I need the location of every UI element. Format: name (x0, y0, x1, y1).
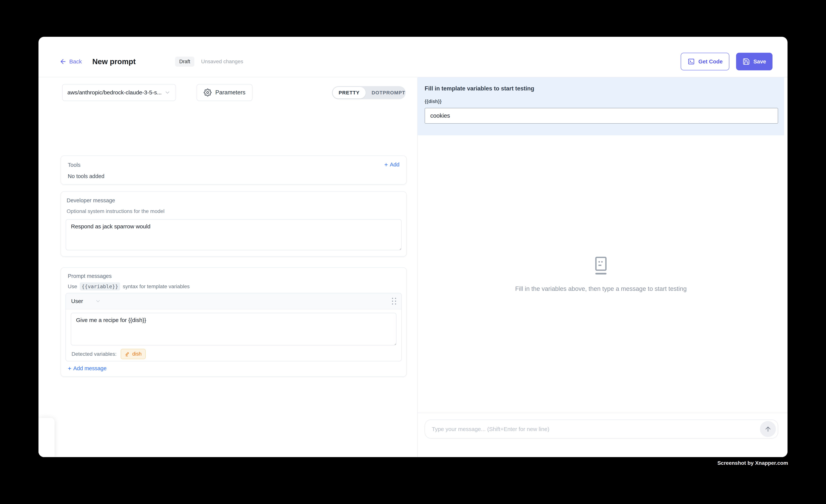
plus-icon: + (384, 162, 388, 168)
header: Back New prompt Draft Unsaved changes Ge… (39, 37, 787, 77)
parameters-label: Parameters (215, 89, 245, 96)
empty-state-text: Fill in the variables above, then type a… (515, 285, 687, 292)
variable-chip-dish[interactable]: dish (121, 349, 146, 359)
get-code-button[interactable]: Get Code (681, 53, 729, 70)
message-block: User Give me a recipe for {{dish}} Detec… (65, 293, 402, 361)
get-code-label: Get Code (698, 59, 722, 65)
add-tool-label: Add (390, 162, 400, 168)
save-button[interactable]: Save (736, 53, 772, 70)
page-title: New prompt (93, 57, 136, 66)
back-label: Back (69, 58, 82, 65)
gear-icon (204, 88, 212, 97)
tools-empty-text: No tools added (68, 173, 104, 179)
plus-icon: + (68, 365, 71, 372)
tools-card: Tools + Add No tools added (61, 155, 407, 185)
robot-face-icon (593, 256, 609, 275)
drag-handle-icon[interactable] (392, 298, 396, 305)
view-mode-toggle: PRETTY DOTPROMPT (332, 86, 406, 99)
back-button[interactable]: Back (60, 58, 82, 65)
draft-badge: Draft (175, 57, 194, 67)
prompt-messages-title: Prompt messages (68, 273, 112, 279)
save-label: Save (753, 59, 766, 65)
desktop-background: Back New prompt Draft Unsaved changes Ge… (0, 0, 826, 504)
developer-message-card: Developer message Optional system instru… (61, 191, 407, 257)
developer-message-textarea[interactable]: Respond as jack sparrow would (66, 219, 402, 250)
unsaved-changes-text: Unsaved changes (201, 59, 243, 65)
developer-message-title: Developer message (67, 197, 115, 204)
prompt-messages-card: Prompt messages Use {{variable}} syntax … (61, 267, 407, 377)
terminal-icon (688, 58, 695, 65)
detected-variables-label: Detected variables: (71, 351, 117, 357)
template-variables-panel: Fill in template variables to start test… (418, 77, 784, 135)
variable-chip-label: dish (132, 351, 142, 357)
toggle-option-pretty[interactable]: PRETTY (333, 87, 366, 99)
role-select-value[interactable]: User (71, 298, 83, 304)
message-role-header: User (66, 293, 401, 309)
prompt-tester-panel: Fill in template variables to start test… (418, 78, 787, 457)
send-message-button[interactable] (760, 421, 776, 437)
arrow-up-icon (764, 425, 772, 433)
chevron-down-icon[interactable] (95, 298, 101, 304)
pencil-edit-icon (125, 352, 130, 357)
watermark-text: Screenshot by Xnapper.com (717, 460, 788, 466)
chat-empty-state: Fill in the variables above, then type a… (418, 136, 784, 413)
tools-card-title: Tools (68, 162, 80, 168)
variable-syntax-chip: {{variable}} (80, 282, 120, 291)
model-selector-value: aws/anthropic/bedrock-claude-3-5-s... (67, 89, 162, 96)
app-window: Back New prompt Draft Unsaved changes Ge… (39, 37, 787, 457)
chat-input-divider (418, 413, 787, 413)
parameters-button[interactable]: Parameters (196, 84, 252, 101)
hint-prefix: Use (68, 284, 77, 290)
chat-input-bar (425, 420, 778, 439)
detected-variables-row: Detected variables: dish (71, 349, 146, 359)
tester-title: Fill in template variables to start test… (425, 85, 534, 92)
add-message-button[interactable]: + Add message (68, 365, 107, 372)
chat-message-input[interactable] (431, 426, 760, 433)
message-content-textarea[interactable]: Give me a recipe for {{dish}} (71, 313, 397, 345)
variable-name-label: {{dish}} (425, 99, 441, 104)
model-selector[interactable]: aws/anthropic/bedrock-claude-3-5-s... (62, 84, 176, 101)
developer-message-subtitle: Optional system instructions for the mod… (67, 208, 165, 214)
template-syntax-hint: Use {{variable}} syntax for template var… (68, 282, 190, 291)
chevron-down-icon (164, 89, 171, 96)
add-tool-button[interactable]: + Add (384, 162, 400, 168)
arrow-left-icon (60, 58, 67, 65)
hint-suffix: syntax for template variables (123, 284, 190, 290)
prompt-editor-panel: aws/anthropic/bedrock-claude-3-5-s... Pa… (39, 78, 417, 457)
variable-value-input[interactable] (425, 108, 778, 124)
corner-popover (39, 418, 55, 457)
save-icon (743, 58, 750, 65)
add-message-label: Add message (73, 365, 107, 372)
toggle-option-dotprompt[interactable]: DOTPROMPT (366, 87, 412, 99)
